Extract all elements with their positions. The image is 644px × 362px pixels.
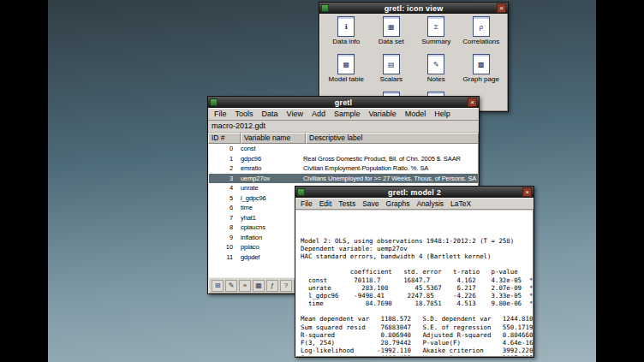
icon-glyph: ▦ — [388, 23, 395, 31]
menu-item[interactable]: Data — [258, 109, 283, 119]
output-line: Mean dependent var 1108.572 S.D. depende… — [301, 315, 528, 323]
icon-label: Graph page — [463, 75, 499, 83]
output-line: unrate 283.100 45.5367 6.217 2.07e-09 **… — [301, 284, 528, 292]
icon-label: Notes — [427, 75, 445, 83]
row-id: 4 — [209, 183, 238, 193]
menu-item[interactable]: Save — [359, 199, 382, 209]
window-title: gretl — [208, 98, 479, 107]
correlations-icon[interactable]: ρ Correlations — [459, 16, 504, 54]
row-variable-name: cpiaucns — [238, 223, 303, 233]
main-titlebar[interactable]: gretl × — [208, 97, 479, 108]
close-icon[interactable]: × — [497, 3, 506, 13]
row-variable-name: unrate — [238, 183, 303, 193]
close-icon[interactable]: × — [468, 98, 477, 107]
session-icon-view-icon[interactable]: ▦ — [253, 280, 265, 292]
calculator-icon[interactable]: ⊞ — [212, 280, 224, 292]
menu-item[interactable]: Add — [307, 109, 330, 119]
column-header-variable-name[interactable]: Variable name — [241, 133, 306, 144]
icon-glyph: Σ — [434, 23, 438, 31]
row-id: 8 — [209, 223, 238, 233]
model-table-icon[interactable]: ▦ Model table — [324, 54, 369, 92]
row-variable-name: emratio — [238, 163, 303, 174]
icon-glyph: ▤ — [388, 61, 395, 68]
row-id: 9 — [209, 233, 238, 243]
output-line: Sum squared resid 76883047 S.E. of regre… — [301, 323, 528, 331]
gretl-logo-icon — [210, 98, 218, 106]
output-line — [301, 307, 528, 315]
output-line: time 84.7690 18.7851 4.513 9.80e-06 *** — [301, 300, 528, 307]
column-header-id[interactable]: ID # — [208, 133, 241, 144]
column-header-descriptive-label[interactable]: Descriptive label — [306, 133, 479, 144]
output-line: Log-likelihood -1992.110 Akaike criterio… — [301, 347, 528, 354]
model-titlebar[interactable]: gretl: model 2 × — [295, 187, 534, 198]
const[interactable]: 0 const — [209, 144, 478, 154]
main-menubar: FileToolsDataViewAddSampleVariableModelH… — [208, 108, 479, 121]
icon-label: Scalars — [379, 75, 402, 83]
row-id: 10 — [209, 242, 238, 252]
menu-item[interactable]: Tests — [335, 199, 359, 209]
menu-item[interactable]: Analysis — [413, 199, 447, 209]
data-set-icon[interactable]: ▦ Data set — [369, 16, 414, 54]
menu-item[interactable]: File — [297, 199, 316, 209]
row-descriptive-label: Civilians Unemployed for >= 27 Weeks. Th… — [303, 174, 478, 184]
row-variable-name: ppiaco — [238, 242, 303, 252]
icon-glyph: ▩ — [478, 61, 485, 68]
help-icon[interactable]: ? — [280, 280, 292, 292]
menu-item[interactable]: Help — [430, 109, 455, 119]
uemp27ov[interactable]: 3 uemp27ov Civilians Unemployed for >= 2… — [209, 174, 478, 184]
row-variable-name: yhat1 — [238, 213, 303, 223]
document-icon: ✎ — [427, 54, 444, 74]
menu-item[interactable]: LaTeX — [447, 199, 474, 209]
row-id: 3 — [209, 174, 238, 184]
table-header: ID # Variable name Descriptive label — [208, 133, 479, 144]
menu-item[interactable]: View — [283, 109, 307, 119]
gretl-logo-icon — [321, 4, 329, 12]
data-info-icon[interactable]: ℹ Data info — [324, 16, 369, 54]
icon-view-titlebar[interactable]: gretl: icon view × — [319, 3, 508, 14]
emratio[interactable]: 2 emratio Civilian Employment-Population… — [209, 163, 478, 174]
model-output: Model 2: OLS, using observations 1948:1-… — [296, 211, 533, 356]
output-line: l_gdpc96 -9498.41 2247.85 -4.226 3.33e-0… — [301, 292, 528, 300]
new-script-icon[interactable]: ✎ — [225, 280, 237, 292]
function-packages-icon[interactable]: ƒ — [266, 280, 278, 292]
row-variable-name: const — [238, 144, 303, 154]
menu-item[interactable]: Tools — [231, 109, 258, 119]
menu-item[interactable]: Edit — [316, 199, 336, 209]
model-window: gretl: model 2 × FileEditTestsSaveGraphs… — [295, 186, 534, 358]
row-variable-name: inflation — [238, 233, 303, 243]
icon-glyph: ✎ — [433, 61, 439, 68]
window-title: gretl: icon view — [319, 4, 508, 13]
row-id: 7 — [209, 213, 238, 223]
row-id: 0 — [209, 144, 238, 154]
output-line: R-squared 0.806940 Adjusted R-squared 0.… — [301, 331, 528, 339]
menu-item[interactable]: Sample — [330, 109, 365, 119]
graph-page-icon[interactable]: ▩ Graph page — [459, 54, 504, 92]
menu-item[interactable]: Variable — [364, 109, 400, 119]
icon-label: Data set — [379, 38, 404, 45]
document-icon: ▦ — [337, 54, 355, 74]
notes-icon[interactable]: ✎ Notes — [414, 54, 459, 92]
row-id: 5 — [209, 193, 238, 204]
document-icon: ℹ — [337, 16, 355, 37]
menu-item[interactable]: File — [210, 109, 231, 119]
scalars-icon[interactable]: ▤ Scalars — [369, 54, 414, 92]
menu-item[interactable]: Model — [401, 109, 431, 119]
icon-label: Model table — [329, 75, 364, 83]
icon-glyph: ℹ — [345, 23, 348, 31]
icon-label: Data info — [332, 38, 360, 45]
icon-glyph: ▦ — [343, 61, 349, 68]
row-variable-name: uemp27ov — [238, 174, 303, 184]
console-icon[interactable]: » — [239, 280, 251, 292]
output-line: Model 2: OLS, using observations 1948:1-… — [301, 237, 528, 245]
gdpc96[interactable]: 1 gdpc96 Real Gross Domestic Product, Bi… — [209, 154, 478, 164]
menu-item[interactable]: Graphs — [383, 199, 414, 209]
row-id: 2 — [209, 163, 238, 174]
document-icon: ρ — [473, 16, 490, 37]
dataset-bar: macro-2012.gdt — [208, 121, 479, 133]
summary-icon[interactable]: Σ Summary — [414, 16, 459, 54]
row-variable-name: gdpc96 — [238, 154, 303, 164]
output-line: coefficient std. error t-ratio p-value — [301, 268, 528, 276]
icon-glyph: ρ — [479, 23, 483, 31]
close-icon[interactable]: × — [522, 187, 532, 197]
window-title: gretl: model 2 — [295, 188, 534, 197]
